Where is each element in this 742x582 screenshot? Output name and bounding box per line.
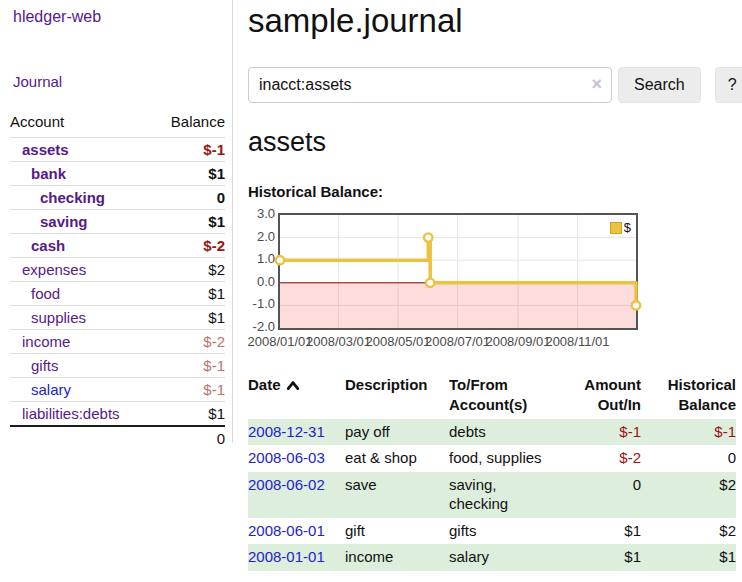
account-balance: $-1 xyxy=(154,354,225,378)
account-link-cash[interactable]: cash xyxy=(31,237,65,254)
account-balance: $-2 xyxy=(154,330,225,354)
register-row: 2008-06-03eat & shopfood, supplies$-20 xyxy=(248,445,736,472)
account-balance: $1 xyxy=(154,402,225,427)
x-axis-tick-label: 2008/01/01 xyxy=(247,334,312,349)
date-link[interactable]: 2008-06-03 xyxy=(248,449,325,466)
register-description-cell: eat & shop xyxy=(345,445,449,472)
account-cell: assets xyxy=(10,138,154,162)
clear-search-icon[interactable]: × xyxy=(591,74,602,94)
register-accounts-cell: debts xyxy=(449,419,561,446)
account-link-bank[interactable]: bank xyxy=(31,165,66,182)
account-link-gifts[interactable]: gifts xyxy=(31,357,59,374)
account-row-cash: cash$-2 xyxy=(10,234,225,258)
brand-link[interactable]: hledger-web xyxy=(13,8,232,26)
register-accounts-cell: salary xyxy=(449,544,561,571)
search-input[interactable] xyxy=(248,67,612,103)
register-header-description: Description xyxy=(345,372,449,419)
register-row: 2008-12-31pay offdebts$-1$-1 xyxy=(248,419,736,446)
date-link[interactable]: 2008-06-02 xyxy=(248,476,325,493)
y-axis-tick-label: 2.0 xyxy=(248,229,275,244)
y-axis-tick-label: 0.0 xyxy=(248,274,275,289)
register-date-cell: 2008-01-01 xyxy=(248,544,345,571)
account-balance: $-2 xyxy=(154,234,225,258)
register-accounts-cell: saving, checking xyxy=(449,472,561,518)
account-cell: saving xyxy=(10,210,154,234)
y-axis-tick-label: -1.0 xyxy=(248,296,275,311)
register-amount-cell: $-1 xyxy=(561,419,641,446)
account-row-saving: saving$1 xyxy=(10,210,225,234)
sidebar: hledger-web Journal Account Balance asse… xyxy=(0,0,233,443)
account-link-supplies[interactable]: supplies xyxy=(31,309,86,326)
register-balance-cell: $-1 xyxy=(641,419,736,446)
account-link-food[interactable]: food xyxy=(31,285,60,302)
register-header-accounts: To/From Account(s) xyxy=(449,372,561,419)
account-cell: cash xyxy=(10,234,154,258)
account-link-expenses[interactable]: expenses xyxy=(22,261,86,278)
balance-chart[interactable]: $3.02.01.00.0-1.0-2.02008/01/012008/03/0… xyxy=(248,213,742,353)
register-balance-cell: $1 xyxy=(641,544,736,571)
register-balance-cell: $2 xyxy=(641,472,736,518)
legend-swatch-icon xyxy=(610,222,622,234)
register-accounts-cell: gifts xyxy=(449,518,561,545)
account-cell: bank xyxy=(10,162,154,186)
search-form: × Search ? xyxy=(248,67,742,103)
account-row-checking: checking0 xyxy=(10,186,225,210)
account-balance: $1 xyxy=(154,162,225,186)
legend-label: $ xyxy=(624,220,631,235)
account-cell: checking xyxy=(10,186,154,210)
account-cell: income xyxy=(10,330,154,354)
register-description-cell: gift xyxy=(345,518,449,545)
account-row-liabilities-debts: liabilities:debts$1 xyxy=(10,402,225,427)
data-point[interactable] xyxy=(276,256,284,264)
account-cell: liabilities:debts xyxy=(10,402,154,427)
chart-svg xyxy=(280,215,636,328)
register-date-cell: 2008-06-03 xyxy=(248,445,345,472)
accounts-header-balance: Balance xyxy=(154,111,225,138)
accounts-total-spacer xyxy=(10,426,154,450)
y-axis-tick-label: 1.0 xyxy=(248,251,275,266)
account-cell: gifts xyxy=(10,354,154,378)
account-row-salary: salary$-1 xyxy=(10,378,225,402)
data-point[interactable] xyxy=(632,301,640,309)
account-link-saving[interactable]: saving xyxy=(40,213,88,230)
page-title: sample.journal xyxy=(248,2,742,40)
account-cell: food xyxy=(10,282,154,306)
x-axis-tick-label: 2008/05/01 xyxy=(365,334,430,349)
search-button[interactable]: Search xyxy=(618,67,701,103)
sort-ascending-icon xyxy=(286,380,300,391)
account-heading: assets xyxy=(248,127,742,158)
register-header-balance: Historical Balance xyxy=(641,372,736,419)
hledger-web-app: hledger-web Journal Account Balance asse… xyxy=(0,0,742,571)
account-link-income[interactable]: income xyxy=(22,333,70,350)
account-balance: $1 xyxy=(154,282,225,306)
account-row-gifts: gifts$-1 xyxy=(10,354,225,378)
register-header-date[interactable]: Date xyxy=(248,372,345,419)
y-axis-tick-label: 3.0 xyxy=(248,206,275,221)
register-row: 2008-06-01giftgifts$1$2 xyxy=(248,518,736,545)
register-balance-cell: $2 xyxy=(641,518,736,545)
date-link[interactable]: 2008-06-01 xyxy=(248,522,325,539)
account-link-checking[interactable]: checking xyxy=(40,189,105,206)
account-cell: salary xyxy=(10,378,154,402)
sidebar-item-journal[interactable]: Journal xyxy=(13,73,232,90)
register-description-cell: income xyxy=(345,544,449,571)
account-balance: $-1 xyxy=(154,378,225,402)
help-button[interactable]: ? xyxy=(715,67,742,103)
account-balance: $2 xyxy=(154,258,225,282)
chart-title: Historical Balance: xyxy=(248,183,742,200)
account-row-food: food$1 xyxy=(10,282,225,306)
register-header-row: Date Description To/From Account(s) Amou… xyxy=(248,372,736,419)
x-axis-tick-label: 2008/03/01 xyxy=(306,334,371,349)
data-point[interactable] xyxy=(424,233,432,241)
y-axis-tick-label: -2.0 xyxy=(248,319,275,334)
account-link-liabilities-debts[interactable]: liabilities:debts xyxy=(22,405,120,422)
account-link-salary[interactable]: salary xyxy=(31,381,71,398)
date-link[interactable]: 2008-01-01 xyxy=(248,548,325,565)
chart-legend: $ xyxy=(610,220,631,235)
data-point[interactable] xyxy=(426,279,434,287)
date-link[interactable]: 2008-12-31 xyxy=(248,423,325,440)
chart-plot-area[interactable]: $ xyxy=(278,213,638,330)
account-link-assets[interactable]: assets xyxy=(22,141,69,158)
x-axis-tick-label: 2008/07/01 xyxy=(425,334,490,349)
register-row: 2008-01-01incomesalary$1$1 xyxy=(248,544,736,571)
